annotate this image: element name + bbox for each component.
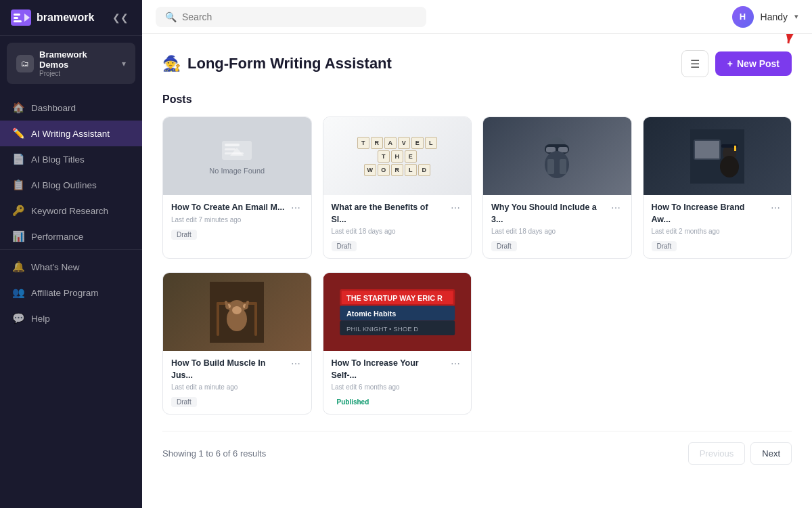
new-post-label: New Post xyxy=(737,58,780,69)
sidebar-item-ai-blog-titles[interactable]: 📄 AI Blog Titles xyxy=(0,146,142,172)
list-icon: ☰ xyxy=(690,58,700,70)
post-title-row-1: How To Create An Email M... ⋯ xyxy=(171,202,303,214)
next-button[interactable]: Next xyxy=(750,442,792,465)
post-date-1: Last edit 7 minutes ago xyxy=(171,216,303,224)
monkey-illustration xyxy=(210,282,264,343)
sidebar: bramework ❮❮ 🗂 Bramework Demos Project ▾… xyxy=(0,0,142,508)
sidebar-item-whats-new[interactable]: 🔔 What's New xyxy=(0,254,142,280)
sidebar-item-help[interactable]: 💬 Help xyxy=(0,305,142,331)
sidebar-item-label-ai-blog-outlines: AI Blog Outlines xyxy=(31,180,97,190)
post-thumb-5 xyxy=(163,273,311,351)
post-card-3[interactable]: Why You Should Include a 3... ⋯ Last edi… xyxy=(482,117,632,259)
post-menu-3[interactable]: ⋯ xyxy=(608,202,623,214)
post-card-1[interactable]: No Image Found How To Create An Email M.… xyxy=(162,117,312,259)
post-info-2: What are the Benefits of Sl... ⋯ Last ed… xyxy=(323,195,472,258)
post-info-1: How To Create An Email M... ⋯ Last edit … xyxy=(163,195,311,247)
search-icon: 🔍 xyxy=(165,12,177,22)
post-badge-1: Draft xyxy=(171,230,197,240)
sidebar-item-affiliate[interactable]: 👥 Affiliate Program xyxy=(0,280,142,305)
list-view-button[interactable]: ☰ xyxy=(681,50,708,77)
sidebar-logo: bramework ❮❮ xyxy=(0,0,142,36)
svg-rect-26 xyxy=(217,302,219,336)
project-icon: 🗂 xyxy=(16,55,34,72)
logo-text: bramework xyxy=(37,12,94,24)
svg-rect-2 xyxy=(14,17,18,19)
ai-blog-titles-icon: 📄 xyxy=(12,153,24,165)
post-date-2: Last edit 18 days ago xyxy=(332,228,464,235)
search-wrap[interactable]: 🔍 xyxy=(156,7,426,27)
post-menu-1[interactable]: ⋯ xyxy=(288,202,303,214)
red-arrow-annotation xyxy=(758,34,798,50)
svg-rect-8 xyxy=(225,148,235,150)
sidebar-item-ai-writing[interactable]: ✏️ AI Writing Assistant xyxy=(0,121,142,146)
svg-point-24 xyxy=(720,156,739,177)
post-menu-6[interactable]: ⋯ xyxy=(448,358,463,370)
post-card-6[interactable]: THE STARTUP WAY ERIC R Atomic Habits PHI… xyxy=(323,272,472,415)
content-area: 🧙 Long-Form Writing Assistant ☰ xyxy=(142,34,812,508)
keyword-research-icon: 🔑 xyxy=(12,205,24,217)
previous-button[interactable]: Previous xyxy=(688,442,746,465)
project-selector[interactable]: 🗂 Bramework Demos Project ▾ xyxy=(7,43,135,84)
ai-writing-icon: ✏️ xyxy=(12,127,24,140)
topbar-right: H Handy ▾ xyxy=(732,6,798,28)
books-illustration: THE STARTUP WAY ERIC R Atomic Habits PHI… xyxy=(323,273,472,351)
post-menu-2[interactable]: ⋯ xyxy=(448,202,463,214)
collapse-sidebar-button[interactable]: ❮❮ xyxy=(110,9,131,26)
post-info-5: How To Build Muscle In Jus... ⋯ Last edi… xyxy=(163,351,311,414)
post-info-3: Why You Should Include a 3... ⋯ Last edi… xyxy=(483,195,631,258)
post-title-row-3: Why You Should Include a 3... ⋯ xyxy=(491,202,623,226)
post-date-3: Last edit 18 days ago xyxy=(491,228,623,235)
project-label: Project xyxy=(39,70,116,77)
posts-grid-row2: How To Build Muscle In Jus... ⋯ Last edi… xyxy=(162,272,792,415)
svg-rect-27 xyxy=(254,302,257,336)
sidebar-item-label-keyword-research: Keyword Research xyxy=(31,206,108,216)
post-title-4: How To Increase Brand Aw... xyxy=(652,202,766,226)
post-card-2[interactable]: TRAVEL THE WORLD What are the Benefits o… xyxy=(323,117,472,259)
post-title-1: How To Create An Email M... xyxy=(171,202,286,214)
sidebar-item-label-ai-writing: AI Writing Assistant xyxy=(31,129,110,139)
sidebar-item-label-whats-new: What's New xyxy=(31,262,80,272)
project-chevron-icon: ▾ xyxy=(122,59,126,68)
post-card-5[interactable]: How To Build Muscle In Jus... ⋯ Last edi… xyxy=(162,272,312,415)
plus-icon: + xyxy=(727,58,733,69)
new-post-button[interactable]: + New Post xyxy=(715,51,792,76)
sidebar-item-performance[interactable]: 📊 Performance xyxy=(0,224,142,249)
post-thumb-1: No Image Found xyxy=(163,117,311,195)
bramework-logo-icon xyxy=(11,9,31,26)
sidebar-item-keyword-research[interactable]: 🔑 Keyword Research xyxy=(0,198,142,224)
help-icon: 💬 xyxy=(12,312,24,324)
post-title-5: How To Build Muscle In Jus... xyxy=(171,358,286,381)
svg-rect-1 xyxy=(14,14,20,16)
post-card-4[interactable]: How To Increase Brand Aw... ⋯ Last edit … xyxy=(643,117,792,259)
svg-text:THE STARTUP WAY  ERIC R: THE STARTUP WAY ERIC R xyxy=(346,294,442,302)
affiliate-icon: 👥 xyxy=(12,287,24,299)
post-title-2: What are the Benefits of Sl... xyxy=(332,202,446,226)
sidebar-item-label-affiliate: Affiliate Program xyxy=(31,288,99,298)
project-name: Bramework Demos xyxy=(39,49,116,70)
post-title-row-5: How To Build Muscle In Jus... ⋯ xyxy=(171,358,303,381)
post-date-6: Last edit 6 months ago xyxy=(332,383,464,391)
post-badge-6: Published xyxy=(332,397,375,407)
post-thumb-2: TRAVEL THE WORLD xyxy=(323,117,472,195)
page-title-text: Long-Form Writing Assistant xyxy=(187,55,392,72)
whats-new-icon: 🔔 xyxy=(12,261,24,273)
post-title-6: How To Increase Your Self-... xyxy=(332,358,446,381)
post-title-3: Why You Should Include a 3... xyxy=(491,202,606,226)
svg-rect-3 xyxy=(14,20,22,22)
posts-section-title: Posts xyxy=(162,93,792,106)
user-chevron-icon[interactable]: ▾ xyxy=(794,12,798,21)
search-input[interactable] xyxy=(182,12,417,22)
post-menu-4[interactable]: ⋯ xyxy=(768,202,783,214)
post-menu-5[interactable]: ⋯ xyxy=(288,358,303,370)
graduation-illustration xyxy=(690,129,744,184)
page-title: 🧙 Long-Form Writing Assistant xyxy=(162,55,392,72)
post-title-row-2: What are the Benefits of Sl... ⋯ xyxy=(332,202,464,226)
pagination: Showing 1 to 6 of 6 results Previous Nex… xyxy=(162,431,792,475)
post-title-row-4: How To Increase Brand Aw... ⋯ xyxy=(652,202,784,226)
header-actions: ☰ + New Post xyxy=(681,50,792,77)
post-badge-5: Draft xyxy=(171,397,197,407)
posts-grid-row1: No Image Found How To Create An Email M.… xyxy=(162,117,792,259)
sidebar-item-ai-blog-outlines[interactable]: 📋 AI Blog Outlines xyxy=(0,172,142,198)
svg-rect-23 xyxy=(734,146,736,151)
sidebar-item-dashboard[interactable]: 🏠 Dashboard xyxy=(0,95,142,121)
